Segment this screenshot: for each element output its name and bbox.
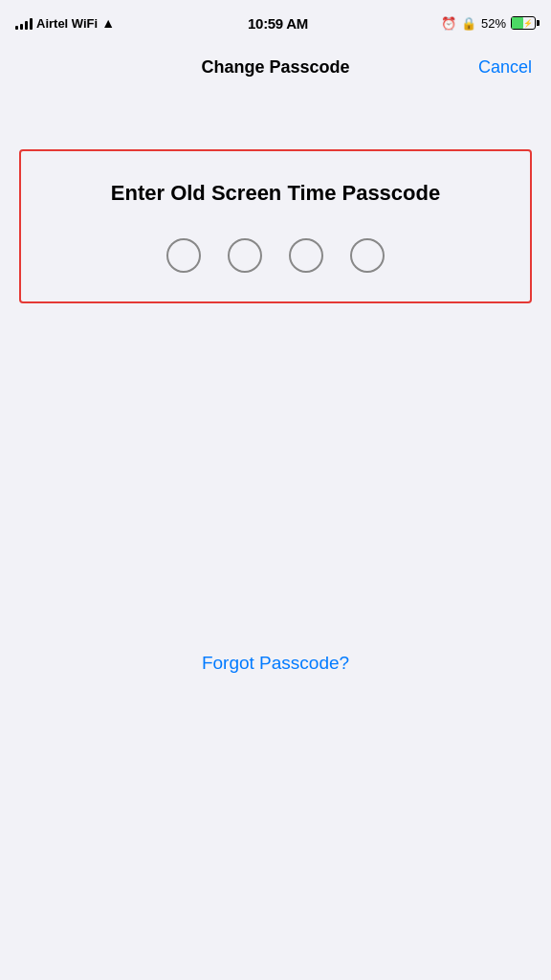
forgot-passcode-section: Forgot Passcode? xyxy=(0,653,551,674)
alarm-icon: ⏰ xyxy=(441,16,456,31)
passcode-dot-2 xyxy=(228,238,262,273)
passcode-dot-4 xyxy=(350,238,385,273)
passcode-dot-3 xyxy=(289,238,323,273)
signal-bar-1 xyxy=(15,26,18,30)
status-time: 10:59 AM xyxy=(248,15,308,32)
status-bar: Airtel WiFi ▲ 10:59 AM ⏰ 🔒 52% ⚡ xyxy=(0,0,551,42)
passcode-card: Enter Old Screen Time Passcode xyxy=(19,149,532,303)
status-right: ⏰ 🔒 52% ⚡ xyxy=(441,16,536,31)
signal-bar-2 xyxy=(20,24,23,30)
nav-bar: Change Passcode Cancel xyxy=(0,42,551,92)
passcode-prompt-label: Enter Old Screen Time Passcode xyxy=(111,180,440,208)
battery-icon: ⚡ xyxy=(511,16,536,30)
passcode-dot-1 xyxy=(166,238,201,273)
battery-percent-label: 52% xyxy=(481,16,506,31)
forgot-passcode-link[interactable]: Forgot Passcode? xyxy=(202,653,349,673)
carrier-label: Airtel WiFi xyxy=(36,16,98,31)
signal-bars-icon xyxy=(15,16,33,30)
orientation-lock-icon: 🔒 xyxy=(461,16,476,31)
passcode-dots-container xyxy=(166,238,385,273)
battery-fill xyxy=(512,17,523,29)
signal-bar-3 xyxy=(25,21,28,30)
cancel-button[interactable]: Cancel xyxy=(478,57,532,78)
signal-bar-4 xyxy=(30,18,33,30)
page-title: Change Passcode xyxy=(201,57,349,78)
bolt-icon: ⚡ xyxy=(523,19,533,28)
status-left: Airtel WiFi ▲ xyxy=(15,15,115,31)
wifi-icon: ▲ xyxy=(101,15,115,31)
